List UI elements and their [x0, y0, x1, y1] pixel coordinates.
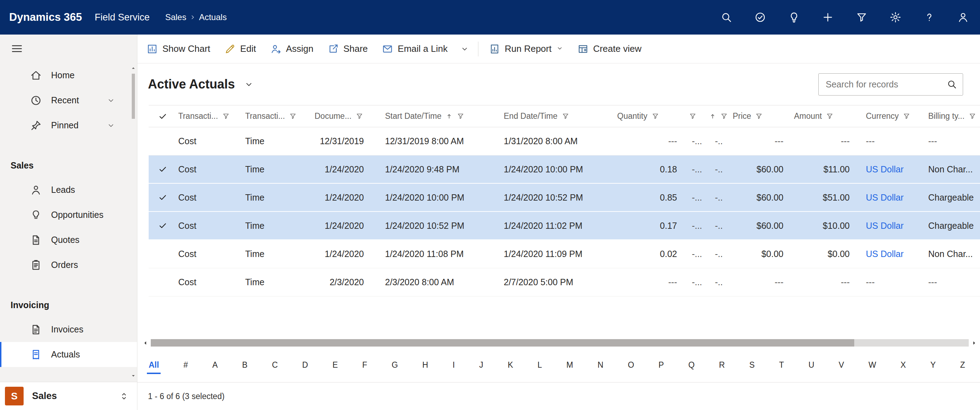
table-row[interactable]: CostTime1/24/20201/24/2020 9:48 PM1/24/2… [149, 155, 980, 183]
cell-currency[interactable]: US Dollar [857, 249, 919, 259]
filter-button[interactable] [845, 0, 878, 35]
cell-currency[interactable]: US Dollar [857, 193, 919, 203]
lightbulb-button[interactable] [777, 0, 811, 35]
row-select-checkbox[interactable] [149, 155, 177, 183]
column-header-amount[interactable]: Amount [792, 105, 857, 127]
check-circle-button[interactable] [743, 0, 777, 35]
scrollbar-track[interactable] [151, 339, 969, 346]
create-view-button[interactable]: Create view [570, 39, 649, 59]
sidebar-item-actuals[interactable]: Actuals [0, 342, 137, 367]
assign-button[interactable]: Assign [263, 39, 321, 59]
cell-currency[interactable]: US Dollar [857, 221, 919, 231]
table-row[interactable]: CostTime1/24/20201/24/2020 11:08 PM1/24/… [149, 240, 980, 268]
jumpbar-h[interactable]: H [422, 359, 429, 371]
view-selector[interactable]: Active Actuals [148, 77, 254, 92]
sidebar-item-pinned[interactable]: Pinned [0, 113, 137, 138]
column-header-narrow1[interactable] [687, 105, 707, 127]
row-select-checkbox[interactable] [149, 268, 177, 296]
filter-icon[interactable] [457, 112, 464, 120]
scroll-up-icon[interactable] [131, 65, 136, 71]
filter-icon[interactable] [689, 112, 697, 120]
breadcrumb-sales[interactable]: Sales [165, 12, 186, 22]
column-header-document_date[interactable]: Docume... [312, 105, 381, 127]
jumpbar-n[interactable]: N [597, 359, 604, 371]
sidebar-item-quotes[interactable]: Quotes [0, 227, 137, 252]
sidebar-item-invoices[interactable]: Invoices [0, 317, 137, 342]
jumpbar-a[interactable]: A [212, 359, 218, 371]
select-all-checkbox[interactable] [149, 105, 177, 127]
jumpbar-c[interactable]: C [271, 359, 278, 371]
filter-icon[interactable] [826, 112, 834, 120]
sidebar-item-opportunities[interactable]: Opportunities [0, 203, 137, 227]
search-button[interactable] [710, 0, 743, 35]
jumpbar-o[interactable]: O [627, 359, 635, 371]
jumpbar-k[interactable]: K [507, 359, 514, 371]
sidebar-item-leads[interactable]: Leads [0, 177, 137, 203]
sidebar-item-orders[interactable]: Orders [0, 252, 137, 278]
jumpbar-s[interactable]: S [749, 359, 755, 371]
row-select-checkbox[interactable] [149, 212, 177, 239]
column-header-quantity[interactable]: Quantity [615, 105, 687, 127]
jumpbar-l[interactable]: L [537, 359, 543, 371]
column-header-transaction_type[interactable]: Transacti... [177, 105, 244, 127]
jumpbar-j[interactable]: J [478, 359, 484, 371]
table-row[interactable]: CostTime2/3/20202/3/2020 8:00 AM2/7/2020… [149, 268, 980, 297]
table-row[interactable]: CostTime12/31/201912/31/2019 8:00 AM1/31… [149, 127, 980, 155]
jumpbar-e[interactable]: E [332, 359, 339, 371]
filter-icon[interactable] [562, 112, 569, 120]
filter-icon[interactable] [755, 112, 763, 120]
sidebar-item-home[interactable]: Home [0, 63, 137, 88]
run-report-button[interactable]: Run Report [482, 39, 570, 59]
column-header-transaction_class[interactable]: Transacti... [244, 105, 312, 127]
sidebar-scrollbar-thumb[interactable] [132, 74, 135, 119]
cell-currency[interactable]: US Dollar [857, 164, 919, 174]
jumpbar-w[interactable]: W [868, 359, 877, 371]
jumpbar-i[interactable]: I [452, 359, 455, 371]
jumpbar-x[interactable]: X [900, 359, 906, 371]
sidebar-scrollbar[interactable] [130, 65, 136, 378]
jumpbar-[interactable]: # [183, 359, 189, 371]
jumpbar-z[interactable]: Z [959, 359, 966, 371]
column-header-narrow2[interactable] [707, 105, 730, 127]
help-button[interactable] [912, 0, 946, 35]
person-button[interactable] [946, 0, 980, 35]
edit-button[interactable]: Edit [217, 39, 263, 59]
row-select-checkbox[interactable] [149, 240, 177, 268]
table-row[interactable]: CostTime1/24/20201/24/2020 10:52 PM1/24/… [149, 212, 980, 240]
search-input[interactable] [826, 79, 947, 89]
column-header-currency[interactable]: Currency [857, 105, 919, 127]
jumpbar-m[interactable]: M [566, 359, 574, 371]
column-header-start[interactable]: Start Date/Time [381, 105, 500, 127]
jumpbar-f[interactable]: F [361, 359, 368, 371]
email-a-link-button[interactable]: Email a Link [375, 39, 455, 59]
horizontal-scrollbar[interactable] [137, 338, 980, 348]
search-icon[interactable] [947, 79, 957, 89]
filter-icon[interactable] [356, 112, 363, 120]
jumpbar-v[interactable]: V [838, 359, 845, 371]
share-button[interactable]: Share [321, 39, 375, 59]
gear-button[interactable] [878, 0, 912, 35]
sidebar-item-recent[interactable]: Recent [0, 88, 137, 113]
app-brand[interactable]: Dynamics 365 [0, 11, 82, 24]
more-commands-button[interactable] [455, 39, 474, 59]
show-chart-button[interactable]: Show Chart [140, 39, 217, 59]
filter-icon[interactable] [721, 112, 728, 120]
jumpbar-y[interactable]: Y [930, 359, 936, 371]
jumpbar-q[interactable]: Q [687, 359, 695, 371]
table-row[interactable]: CostTime1/24/20201/24/2020 10:00 PM1/24/… [149, 183, 980, 212]
jumpbar-t[interactable]: T [778, 359, 785, 371]
jumpbar-d[interactable]: D [302, 359, 309, 371]
area-switcher[interactable]: S Sales [0, 382, 137, 410]
breadcrumb-actuals[interactable]: Actuals [199, 12, 227, 22]
filter-icon[interactable] [652, 112, 659, 120]
jumpbar-r[interactable]: R [718, 359, 725, 371]
filter-icon[interactable] [969, 112, 976, 120]
column-header-price[interactable]: Price [730, 105, 792, 127]
scroll-left-icon[interactable] [142, 340, 149, 346]
jumpbar-b[interactable]: B [241, 359, 248, 371]
jumpbar-g[interactable]: G [391, 359, 399, 371]
hamburger-button[interactable] [0, 35, 137, 63]
scrollbar-thumb[interactable] [151, 339, 854, 346]
plus-button[interactable] [811, 0, 845, 35]
jumpbar-u[interactable]: U [808, 359, 815, 371]
